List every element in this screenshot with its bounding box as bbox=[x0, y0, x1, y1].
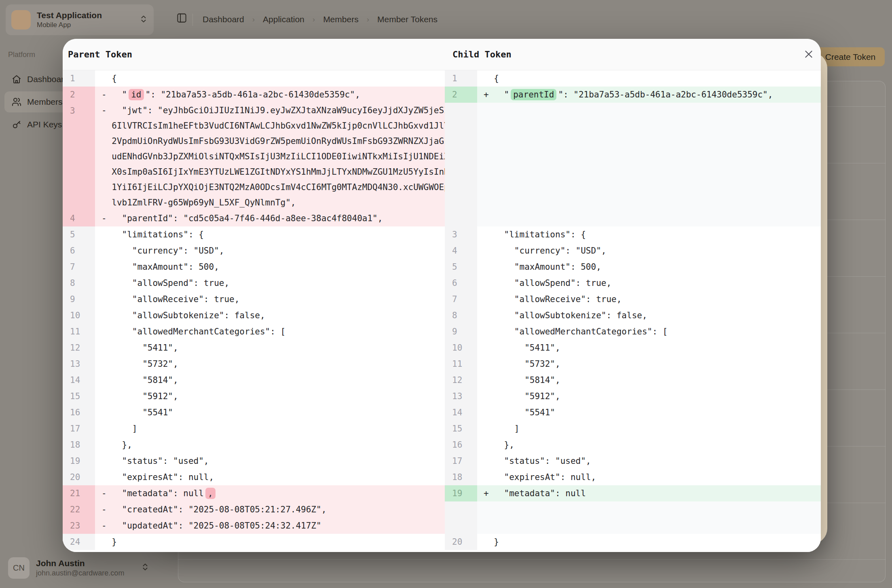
diff-line: 12 "5411", bbox=[63, 340, 445, 356]
diff-line: 24 } bbox=[63, 534, 445, 550]
diff-changed-token: , bbox=[205, 488, 216, 499]
line-number: 12 bbox=[63, 340, 95, 356]
diff-line: 20 } bbox=[445, 534, 821, 550]
line-code: "allowReceive": true, bbox=[95, 291, 445, 307]
line-code: "allowReceive": true, bbox=[477, 291, 821, 307]
line-code: "limitations": { bbox=[477, 226, 821, 243]
breadcrumb-member-tokens[interactable]: Member Tokens bbox=[377, 15, 438, 24]
line-code: "maxAmount": 500, bbox=[477, 259, 821, 275]
line-code: "allowSpend": true, bbox=[95, 275, 445, 291]
line-number: 12 bbox=[445, 372, 477, 388]
child-token-pane: 1 {2+ "parentId": "21ba7a53-a5db-461a-a2… bbox=[445, 70, 821, 552]
chevrons-up-down-icon bbox=[139, 15, 148, 25]
diff-line: 19 "status": "used", bbox=[63, 453, 445, 469]
diff-filler-row bbox=[445, 501, 821, 534]
app-switcher[interactable]: Test Application Mobile App bbox=[6, 4, 154, 35]
breadcrumb-dashboard[interactable]: Dashboard bbox=[203, 15, 244, 24]
line-number: 17 bbox=[445, 453, 477, 469]
topbar-divider bbox=[192, 14, 193, 26]
line-number: 11 bbox=[445, 356, 477, 372]
diff-line: 11 "allowedMerchantCategories": [ bbox=[63, 324, 445, 340]
line-number: 16 bbox=[445, 437, 477, 453]
diff-line: 5 "maxAmount": 500, bbox=[445, 259, 821, 275]
line-code: "5732", bbox=[95, 356, 445, 372]
diff-line: 7 "maxAmount": 500, bbox=[63, 259, 445, 275]
line-code: ] bbox=[477, 421, 821, 437]
line-number: 24 bbox=[63, 534, 95, 550]
line-number: 8 bbox=[445, 307, 477, 324]
line-number: 19 bbox=[63, 453, 95, 469]
line-code: "5411", bbox=[477, 340, 821, 356]
breadcrumb-members[interactable]: Members bbox=[323, 15, 359, 24]
line-number: 9 bbox=[63, 291, 95, 307]
key-icon bbox=[12, 120, 21, 129]
line-code: "5411", bbox=[95, 340, 445, 356]
sidebar-toggle-icon[interactable] bbox=[173, 10, 190, 26]
parent-token-pane: 1 {2- "id": "21ba7a53-a5db-461a-a2bc-614… bbox=[63, 70, 445, 552]
line-code: - "id": "21ba7a53-a5db-461a-a2bc-61430de… bbox=[95, 87, 445, 103]
app-switcher-meta: Test Application Mobile App bbox=[37, 10, 133, 30]
line-number: 4 bbox=[63, 210, 95, 226]
line-code: "5732", bbox=[477, 356, 821, 372]
diff-line: 10 "5411", bbox=[445, 340, 821, 356]
topbar: Dashboard › Application › Members › Memb… bbox=[166, 0, 892, 40]
diff-line: 17 "status": "used", bbox=[445, 453, 821, 469]
diff-line: 21- "metadata": null, bbox=[63, 485, 445, 501]
diff-body: 1 {2- "id": "21ba7a53-a5db-461a-a2bc-614… bbox=[63, 70, 821, 552]
breadcrumb-application[interactable]: Application bbox=[263, 15, 304, 24]
line-number: 13 bbox=[445, 388, 477, 404]
line-code: - "parentId": "cd5c05a4-7f46-446d-a8ee-3… bbox=[95, 210, 445, 226]
diff-line: 8 "allowSpend": true, bbox=[63, 275, 445, 291]
line-code: "status": "used", bbox=[95, 453, 445, 469]
line-code: "expiresAt": null, bbox=[477, 469, 821, 485]
line-code: - "metadata": null, bbox=[95, 485, 445, 501]
diff-line: 13 "5732", bbox=[63, 356, 445, 372]
user-menu[interactable]: CN John Austin john.austin@cardware.com bbox=[4, 553, 154, 582]
line-code: "5814", bbox=[95, 372, 445, 388]
line-code: "allowSubtokenize": false, bbox=[477, 307, 821, 324]
diff-line: 4- "parentId": "cd5c05a4-7f46-446d-a8ee-… bbox=[63, 210, 445, 226]
line-number: 11 bbox=[63, 324, 95, 340]
diff-line: 19+ "metadata": null bbox=[445, 485, 821, 501]
diff-line: 17 ] bbox=[63, 421, 445, 437]
line-number: 9 bbox=[445, 324, 477, 340]
line-code: { bbox=[95, 70, 445, 87]
line-number: 16 bbox=[63, 404, 95, 421]
line-code: { bbox=[477, 70, 821, 87]
line-code: "allowSubtokenize": false, bbox=[95, 307, 445, 324]
user-meta: John Austin john.austin@cardware.com bbox=[36, 558, 134, 578]
line-code: "maxAmount": 500, bbox=[95, 259, 445, 275]
line-code: "status": "used", bbox=[477, 453, 821, 469]
diff-line: 8 "allowSubtokenize": false, bbox=[445, 307, 821, 324]
line-code bbox=[477, 501, 821, 534]
line-number: 8 bbox=[63, 275, 95, 291]
line-number: 1 bbox=[63, 70, 95, 87]
line-code bbox=[477, 103, 821, 226]
chevron-right-icon: › bbox=[252, 15, 255, 24]
diff-line: 1 { bbox=[445, 70, 821, 87]
line-number: 22 bbox=[63, 501, 95, 518]
diff-changed-token: id bbox=[129, 89, 144, 100]
diff-line: 18 }, bbox=[63, 437, 445, 453]
line-code: "limitations": { bbox=[95, 226, 445, 243]
close-icon[interactable] bbox=[801, 46, 817, 62]
diff-line: 3- "jwt": "eyJhbGciOiJIUzI1NiJ9.eyJwZXJt… bbox=[63, 103, 445, 210]
line-number bbox=[445, 103, 477, 226]
diff-line: 6 "allowSpend": true, bbox=[445, 275, 821, 291]
diff-line: 6 "currency": "USD", bbox=[63, 243, 445, 259]
diff-line: 2+ "parentId": "21ba7a53-a5db-461a-a2bc-… bbox=[445, 87, 821, 103]
line-number: 7 bbox=[63, 259, 95, 275]
line-number: 17 bbox=[63, 421, 95, 437]
line-number: 14 bbox=[63, 372, 95, 388]
line-number: 23 bbox=[63, 518, 95, 534]
diff-line: 2- "id": "21ba7a53-a5db-461a-a2bc-61430d… bbox=[63, 87, 445, 103]
line-number: 3 bbox=[63, 103, 95, 210]
chevron-right-icon: › bbox=[367, 15, 369, 24]
diff-line: 10 "allowSubtokenize": false, bbox=[63, 307, 445, 324]
line-number: 5 bbox=[445, 259, 477, 275]
line-code: + "parentId": "21ba7a53-a5db-461a-a2bc-6… bbox=[477, 87, 821, 103]
chevron-right-icon: › bbox=[313, 15, 315, 24]
line-code: + "metadata": null bbox=[477, 485, 821, 501]
diff-line: 16 "5541" bbox=[63, 404, 445, 421]
line-number: 18 bbox=[445, 469, 477, 485]
